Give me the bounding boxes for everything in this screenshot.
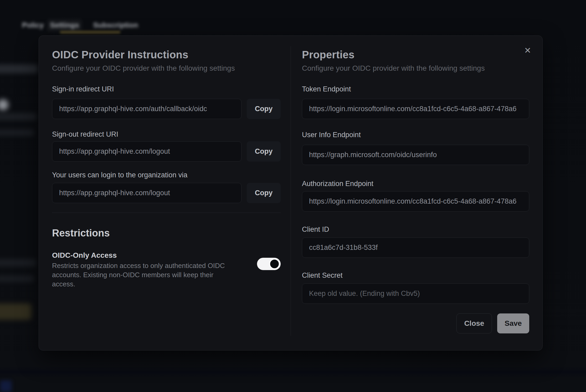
sign-out-redirect-label: Sign-out redirect URI — [52, 130, 118, 138]
token-endpoint-label: Token Endpoint — [302, 85, 351, 93]
background-text-fragment — [0, 113, 37, 120]
copy-sign-out-button[interactable]: Copy — [247, 141, 281, 162]
tab-policy[interactable]: Policy — [16, 19, 50, 32]
client-secret-input[interactable] — [302, 283, 529, 304]
authorization-endpoint-label: Authorization Endpoint — [302, 180, 373, 188]
save-button[interactable]: Save — [497, 313, 529, 333]
user-info-endpoint-input[interactable] — [302, 145, 529, 165]
restrictions-title: Restrictions — [52, 228, 110, 239]
oidc-only-access-toggle[interactable] — [257, 258, 281, 270]
active-tab-underline — [60, 31, 120, 33]
sign-in-redirect-input[interactable] — [52, 99, 241, 119]
copy-sign-in-button[interactable]: Copy — [247, 99, 281, 119]
background-text-fragment — [0, 129, 34, 136]
tab-subscription[interactable]: Subscription — [92, 19, 139, 32]
oidc-only-access-label: OIDC-Only Access — [52, 251, 117, 260]
login-via-label: Your users can login to the organization… — [52, 171, 187, 179]
background-blue-fragment — [0, 380, 12, 392]
background-text-fragment — [0, 275, 34, 282]
instructions-subtitle: Configure your OIDC provider with the fo… — [52, 64, 235, 73]
login-via-input[interactable] — [52, 183, 241, 203]
properties-subtitle: Configure your OIDC provider with the fo… — [302, 64, 485, 73]
background-text-fragment — [0, 259, 36, 267]
restrictions-divider — [52, 213, 281, 213]
background-band — [0, 367, 586, 378]
sign-out-redirect-input[interactable] — [52, 141, 241, 162]
toggle-thumb — [269, 259, 280, 269]
token-endpoint-input[interactable] — [302, 99, 529, 119]
sign-in-redirect-label: Sign-in redirect URI — [52, 85, 114, 93]
client-id-label: Client ID — [302, 225, 329, 234]
background-button-fragment — [0, 303, 32, 320]
instructions-title: OIDC Provider Instructions — [52, 49, 188, 61]
properties-title: Properties — [302, 49, 354, 61]
oidc-settings-modal: ✕ OIDC Provider Instructions Configure y… — [39, 35, 543, 350]
close-icon[interactable]: ✕ — [522, 45, 533, 56]
modal-actions: Close Save — [302, 313, 529, 333]
background-text-fragment — [0, 64, 38, 73]
tab-settings[interactable]: Settings — [47, 19, 82, 32]
app-screen: Policy Settings Subscription ✕ OIDC Prov… — [0, 0, 586, 392]
user-info-endpoint-label: User Info Endpoint — [302, 131, 361, 139]
column-divider — [291, 46, 291, 336]
client-id-input[interactable] — [302, 238, 529, 258]
close-button[interactable]: Close — [456, 313, 492, 333]
authorization-endpoint-input[interactable] — [302, 191, 529, 212]
client-secret-label: Client Secret — [302, 271, 343, 280]
copy-login-via-button[interactable]: Copy — [247, 183, 281, 203]
oidc-only-access-description: Restricts organization access to only au… — [52, 261, 231, 289]
background-text-fragment — [0, 99, 8, 110]
